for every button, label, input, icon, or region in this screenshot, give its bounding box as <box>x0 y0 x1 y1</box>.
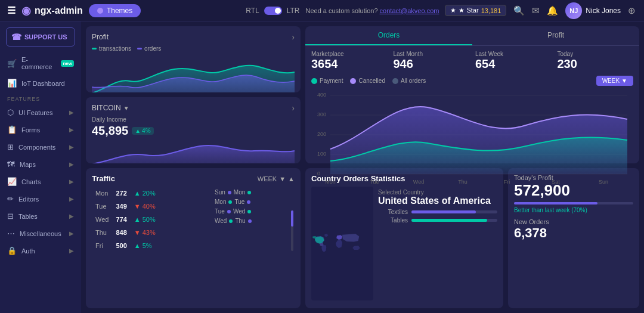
bell-button[interactable]: 🔔 <box>546 4 559 17</box>
themes-button[interactable]: Themes <box>89 4 141 17</box>
support-icon: ☎ <box>11 32 21 42</box>
bitcoin-title-area[interactable]: BITCOIN ▼ <box>92 104 129 112</box>
custom-link[interactable]: contact@akveo.com <box>380 7 439 14</box>
bitcoin-arrow[interactable]: › <box>292 103 295 113</box>
sidebar-item-left: ⋯ Miscellaneous <box>7 229 61 238</box>
sidebar-item-misc[interactable]: ⋯ Miscellaneous ▶ <box>0 225 81 241</box>
star-button[interactable]: ★ ★ Star 13,181 <box>445 5 506 16</box>
tab-profit[interactable]: Profit <box>472 26 639 45</box>
country-bars: Textiles Tables <box>378 209 497 224</box>
traffic-week-label: WEEK <box>258 175 277 182</box>
table-row: Tue 349 ▼ 40% <box>92 200 211 213</box>
tue-dot <box>227 210 231 213</box>
bar-row-textiles: Textiles <box>378 209 497 215</box>
thu-label: Thu <box>235 218 245 224</box>
sidebar-item-ui[interactable]: ⬡ UI Features ▶ <box>0 104 81 120</box>
sidebar-item-left: 🔒 Auth <box>7 246 35 255</box>
tables-label: Tables <box>378 217 408 224</box>
mon-label: Mon <box>215 199 226 205</box>
components-icon: ⊞ <box>7 142 14 151</box>
day-label: Thu <box>92 226 112 239</box>
table-row: Mon 272 ▲ 20% <box>92 187 211 200</box>
wed-dot <box>247 210 251 213</box>
wed-label: Wed <box>233 208 245 215</box>
svg-text:100: 100 <box>317 151 326 157</box>
traffic-title: Traffic <box>92 174 115 183</box>
textiles-label: Textiles <box>378 209 408 215</box>
support-label: SUPPORT US <box>24 33 67 41</box>
tables-bar-fill <box>411 219 487 222</box>
legend-orders: orders <box>137 45 161 52</box>
traffic-card: Traffic WEEK ▼ ▲ Mon 272 ▲ 20% <box>86 168 301 308</box>
main-layout: ☎ SUPPORT US 🛒 E-commerce new 📊 IoT Dash… <box>0 21 644 313</box>
sidebar-item-ecommerce[interactable]: 🛒 E-commerce new <box>0 52 81 74</box>
last-month-value: 946 <box>394 57 470 71</box>
sidebar-item-iot[interactable]: 📊 IoT Dashboard <box>0 75 81 91</box>
stat-last-week: Last Week 654 <box>475 51 552 71</box>
traffic-header: Traffic WEEK ▼ ▲ <box>92 174 295 183</box>
svg-text:400: 400 <box>317 92 326 98</box>
sidebar-item-charts[interactable]: 📈 Charts ▶ <box>0 173 81 190</box>
hamburger-icon[interactable]: ☰ <box>7 5 16 16</box>
sidebar-item-auth[interactable]: 🔒 Auth ▶ <box>0 243 81 259</box>
country-info: Selected Country United States of Americ… <box>378 187 497 300</box>
user-name: Nick Jones <box>586 7 621 15</box>
payment-label: Payment <box>320 78 343 84</box>
sidebar-item-editors[interactable]: ✏ Editors ▶ <box>0 191 81 207</box>
sidebar-item-left: ⊞ Components <box>7 142 55 151</box>
mini-row: Tue Wed <box>215 208 291 215</box>
arrow-icon: ▶ <box>69 126 74 133</box>
sidebar-item-tables[interactable]: ⊟ Tables ▶ <box>0 208 81 224</box>
allorders-label: All orders <box>401 78 426 84</box>
sidebar-item-left: 📈 Charts <box>7 177 41 186</box>
tue-dot <box>247 200 250 204</box>
scrollbar[interactable] <box>291 210 293 251</box>
daily-income-value: 45,895 <box>92 124 128 138</box>
profit-bar <box>514 202 597 204</box>
traffic-up-icon[interactable]: ▲ <box>288 175 295 182</box>
tables-bar-track <box>411 219 497 222</box>
new-orders-label: New Orders <box>514 218 633 225</box>
day-label: Mon <box>92 187 112 200</box>
components-label: Components <box>18 144 55 151</box>
topbar-mid: RTL LTR Need a custom solution? contact@… <box>246 2 637 19</box>
user-menu-button[interactable]: ⊕ <box>627 4 637 17</box>
marketplace-label: Marketplace <box>311 51 388 57</box>
orders-label: orders <box>144 45 161 52</box>
sidebar-item-left: 🛒 E-commerce new <box>7 56 74 70</box>
support-button[interactable]: ☎ SUPPORT US <box>6 27 75 47</box>
charts-label: Charts <box>21 178 41 185</box>
mon-dot <box>247 191 251 194</box>
charts-icon: 📈 <box>7 177 17 186</box>
income-badge: ▲ 4% <box>132 127 153 135</box>
ltr-toggle[interactable] <box>264 7 282 15</box>
new-badge: new <box>61 60 74 67</box>
last-week-label: Last Week <box>475 51 552 57</box>
star-label: ★ Star <box>459 7 478 14</box>
features-section: FEATURES <box>0 92 81 103</box>
misc-label: Miscellaneous <box>20 230 61 237</box>
sidebar-item-components[interactable]: ⊞ Components ▶ <box>0 139 81 155</box>
orders-tabs: Orders Profit <box>305 26 639 46</box>
svg-text:Mon: Mon <box>325 179 336 185</box>
week-button[interactable]: WEEK ▼ <box>596 76 633 86</box>
week-selector[interactable]: WEEK ▼ ▲ <box>258 175 295 182</box>
ecommerce-label: E-commerce <box>21 56 56 70</box>
last-month-label: Last Month <box>394 51 470 57</box>
arrow-icon: ▶ <box>69 161 74 168</box>
app-name: ngx-admin <box>35 5 83 16</box>
mail-button[interactable]: ✉ <box>531 4 541 17</box>
user-avatar-area[interactable]: NJ Nick Jones <box>565 2 621 19</box>
tab-orders[interactable]: Orders <box>305 26 472 45</box>
bitcoin-title: BITCOIN <box>92 104 121 112</box>
ui-label: UI Features <box>18 109 52 116</box>
topbar: ☰ ◉ ngx-admin Themes RTL LTR Need a cust… <box>0 0 644 21</box>
day-num: 500 <box>112 239 130 252</box>
profit-chart <box>92 54 295 92</box>
sidebar: ☎ SUPPORT US 🛒 E-commerce new 📊 IoT Dash… <box>0 21 81 313</box>
sidebar-item-maps[interactable]: 🗺 Maps ▶ <box>0 156 81 172</box>
search-button[interactable]: 🔍 <box>512 4 526 17</box>
bitcoin-chart <box>92 140 295 163</box>
profit-arrow[interactable]: › <box>292 32 295 42</box>
sidebar-item-forms[interactable]: 📋 Forms ▶ <box>0 122 81 138</box>
